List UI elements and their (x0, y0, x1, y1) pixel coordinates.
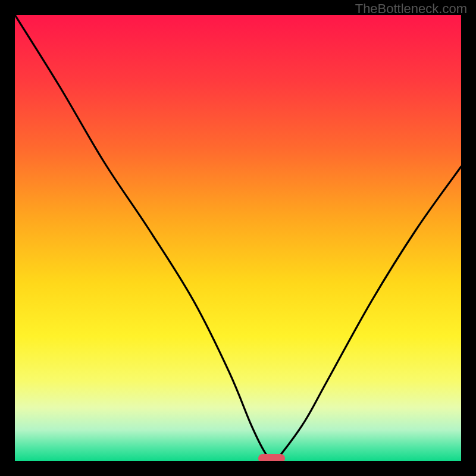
bottleneck-marker (258, 454, 285, 461)
plot-area (15, 15, 461, 461)
watermark-text: TheBottleneck.com (355, 1, 467, 17)
bottleneck-curve (15, 15, 461, 461)
chart-frame: TheBottleneck.com (0, 0, 476, 476)
